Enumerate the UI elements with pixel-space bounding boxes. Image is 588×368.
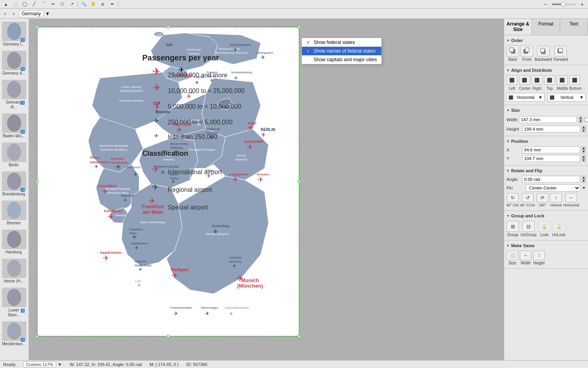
section-align-header[interactable]: ▼ Align and Distribute — [504, 67, 588, 74]
align-middle-btn[interactable]: ⬛ — [557, 75, 568, 85]
dropdown-item-federal-names[interactable]: ✓ Show names of federal states — [302, 47, 381, 55]
order-forward-btn[interactable]: ↑ Forward — [554, 46, 568, 62]
breadcrumb[interactable]: Germany — [19, 10, 44, 17]
zoom-tool[interactable]: 🔍 — [80, 1, 88, 8]
make-same-width-btn[interactable]: ↔ Width — [520, 251, 532, 265]
section-order-header[interactable]: ▼ Order — [504, 37, 588, 44]
height-up[interactable]: ▲ — [582, 126, 586, 129]
align-center-btn[interactable]: ⬛ — [519, 75, 530, 85]
dropdown-item-federal-states[interactable]: ✓ Show federal states — [302, 38, 381, 47]
dropdown-item-capitals[interactable]: Show capitals and major cities — [302, 55, 381, 64]
x-input[interactable] — [522, 146, 580, 153]
align-top-btn[interactable]: ⬛ — [544, 75, 555, 85]
page-thumb-4[interactable]: ↗ Baden-Wü... — [1, 112, 27, 140]
height-input[interactable] — [522, 126, 580, 133]
handle-bm[interactable] — [167, 335, 170, 338]
page-link-2[interactable]: ↗ — [21, 67, 25, 71]
eyedropper-tool[interactable]: ✒ — [108, 1, 116, 8]
angle-up[interactable]: ▲ — [582, 176, 586, 179]
rotate-90ccw-btn[interactable]: ↺ 90° CCW — [520, 193, 535, 207]
handle-ml[interactable] — [36, 180, 39, 183]
line-tool[interactable]: ╱ — [30, 1, 38, 8]
flip-vertical-btn[interactable]: ↕ Vertical — [550, 193, 562, 207]
y-down[interactable]: ▼ — [582, 158, 586, 162]
order-front-btn[interactable]: Front — [521, 46, 533, 62]
width-input[interactable] — [519, 116, 577, 123]
curve-tool[interactable]: ⌒ — [39, 1, 48, 8]
tab-format[interactable]: Format — [532, 19, 560, 35]
rotate-90cw-btn[interactable]: ↻ 90° CW — [506, 193, 519, 207]
order-backward-btn[interactable]: ↓ Backward — [535, 46, 552, 62]
section-make-same-header[interactable]: ▼ Make Same — [504, 242, 588, 249]
canvas-area[interactable]: Sylt — [29, 19, 504, 360]
order-back-btn[interactable]: Back — [506, 46, 519, 62]
unlock-btn[interactable]: 🔓 UnLock — [552, 221, 566, 237]
handle-tm[interactable] — [167, 26, 170, 29]
height-down[interactable]: ▼ — [582, 129, 586, 133]
section-rotate-header[interactable]: ▼ Rotate and Flip — [504, 167, 588, 174]
breadcrumb-arrow[interactable]: ▼ — [45, 11, 50, 16]
x-down[interactable]: ▼ — [582, 150, 586, 153]
text-tool[interactable]: A — [98, 1, 107, 8]
page-thumb-5[interactable]: Berlin — [1, 141, 27, 169]
rotate-180-btn[interactable]: ⟳ 180° — [537, 193, 548, 207]
page-link-10[interactable]: ↗ — [21, 309, 25, 313]
width-up[interactable]: ▲ — [579, 116, 583, 120]
ungroup-btn[interactable]: ⊟ UnGroup — [521, 221, 537, 237]
circle-tool[interactable]: ◯ — [20, 1, 29, 8]
section-size-header[interactable]: ▼ Size — [504, 107, 588, 114]
connector-tool[interactable]: ↗ — [67, 1, 76, 8]
page-thumb-7[interactable]: Bremen — [1, 199, 27, 227]
width-down[interactable]: ▼ — [579, 120, 583, 123]
page-link-6[interactable]: ↗ — [21, 188, 25, 192]
select-tool[interactable]: ▲ — [2, 1, 10, 8]
page-thumb-10[interactable]: ↗ Lower Saxo... — [1, 286, 27, 319]
lock-checkbox[interactable] — [584, 118, 588, 122]
pan-tool[interactable]: ✋ — [89, 1, 98, 8]
page-thumb-6[interactable]: ↗ Brandenburg — [1, 170, 27, 198]
page-link-1[interactable]: ↗ — [21, 38, 25, 42]
map-canvas[interactable]: Sylt — [37, 27, 299, 337]
handle-bl[interactable] — [36, 335, 39, 338]
zoom-out-btn[interactable]: − — [541, 1, 550, 8]
page-link-4[interactable]: ↗ — [21, 130, 25, 134]
page-link-11[interactable]: ↗ — [21, 338, 25, 342]
align-left-btn[interactable]: ⬛ — [506, 75, 517, 85]
handle-mr[interactable] — [298, 180, 301, 183]
page-link-3[interactable]: ↗ — [21, 101, 25, 105]
y-up[interactable]: ▲ — [582, 155, 586, 158]
pin-select[interactable]: Center-Center — [526, 184, 581, 191]
page-thumb-8[interactable]: Hamburg — [1, 228, 27, 256]
vertical-dropdown[interactable]: ⬛ Vertical ▼ — [548, 93, 586, 102]
zoom-in-btn[interactable]: + — [578, 1, 586, 8]
section-group-header[interactable]: ▼ Group and Lock — [504, 212, 588, 219]
flip-horizontal-btn[interactable]: ↔ Horizontal — [563, 193, 579, 207]
page-thumb-3[interactable]: ↗ Germany di... — [1, 78, 27, 111]
page-thumb-2[interactable]: ↗ Germany d... — [1, 49, 27, 77]
pencil-tool[interactable]: ✏ — [49, 1, 57, 8]
page-thumb-9[interactable]: Hesse (H... — [1, 257, 27, 285]
zoom-display[interactable]: Custom 117% — [24, 361, 56, 368]
rectangle-tool[interactable]: ⬜ — [11, 1, 20, 8]
horizontal-dropdown[interactable]: ⬛ Horizontal ▼ — [506, 93, 544, 102]
tab-text[interactable]: Text — [560, 19, 588, 35]
y-input[interactable] — [522, 155, 580, 162]
angle-input[interactable] — [522, 176, 580, 183]
align-bottom-btn[interactable]: ⬛ — [569, 75, 580, 85]
x-up[interactable]: ▲ — [582, 146, 586, 150]
forward-btn[interactable]: › — [10, 10, 17, 17]
handle-br[interactable] — [298, 335, 301, 338]
group-btn[interactable]: ⊞ Group — [506, 221, 519, 237]
make-same-size-btn[interactable]: ⬜ Size — [506, 251, 518, 265]
section-position-header[interactable]: ▼ Position — [504, 138, 588, 145]
lock-btn[interactable]: 🔒 Lock — [538, 221, 551, 237]
angle-down[interactable]: ▼ — [582, 179, 586, 183]
handle-tl[interactable] — [36, 26, 39, 29]
align-right-btn[interactable]: ⬛ — [532, 75, 543, 85]
tab-arrange-size[interactable]: Arrange & Size — [504, 19, 532, 35]
back-btn[interactable]: ‹ — [2, 10, 9, 17]
handle-tr[interactable] — [298, 26, 301, 29]
make-same-height-btn[interactable]: ↕ Height — [533, 251, 545, 265]
polygon-tool[interactable]: ⬡ — [58, 1, 67, 8]
page-thumb-1[interactable]: ↗ Germany l... — [1, 20, 27, 48]
